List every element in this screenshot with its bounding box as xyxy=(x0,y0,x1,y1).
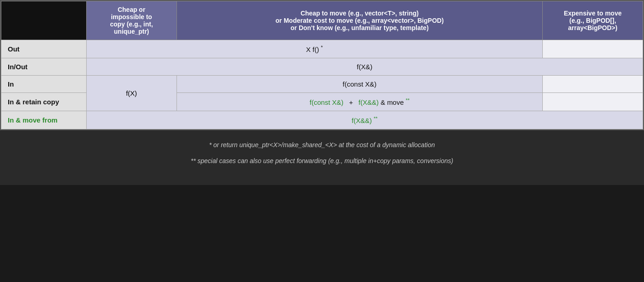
row-movefrom: In & move from f(X&&) ** xyxy=(1,111,643,129)
out-star: * xyxy=(321,45,323,50)
retain-plus: + xyxy=(349,98,353,106)
label-movefrom: In & move from xyxy=(1,111,87,129)
header-empty xyxy=(1,1,87,40)
row-out: Out X f() * xyxy=(1,40,643,58)
header-expensive-text: Expensive to move(e.g., BigPOD[],array<B… xyxy=(564,10,622,31)
label-in: In xyxy=(1,76,87,93)
label-retain: In & retain copy xyxy=(1,93,87,111)
header-expensive: Expensive to move(e.g., BigPOD[],array<B… xyxy=(543,1,643,40)
retain-green1: f(const X&) xyxy=(310,98,343,106)
row-inout: In/Out f(X&) xyxy=(1,58,643,76)
cell-in-mid: f(const X&) xyxy=(177,76,542,93)
retain-star: ** xyxy=(405,97,410,103)
header-mid: Cheap to move (e.g., vector<T>, string) … xyxy=(177,1,542,40)
page-wrapper: Cheap orimpossible tocopy (e.g., int,uni… xyxy=(0,0,644,185)
header-cheap-text: Cheap orimpossible tocopy (e.g., int,uni… xyxy=(110,6,153,35)
cell-retain-mid: f(const X&) + f(X&&) & move ** xyxy=(177,93,542,111)
cell-retain-exp xyxy=(543,93,643,111)
notes-section: * or return unique_ptr<X>/make_shared_<X… xyxy=(0,130,644,185)
label-inout: In/Out xyxy=(1,58,87,76)
label-out: Out xyxy=(1,40,87,58)
table-section: Cheap orimpossible tocopy (e.g., int,uni… xyxy=(0,0,644,130)
retain-green2: f(X&&) xyxy=(358,98,379,106)
cell-out-main: X f() * xyxy=(86,40,542,58)
movefrom-star: ** xyxy=(374,116,378,121)
cell-in-fx: f(X) xyxy=(86,76,177,111)
cell-movefrom-main: f(X&&) ** xyxy=(86,111,643,129)
note-2: ** special cases can also use perfect fo… xyxy=(14,155,630,167)
note-1: * or return unique_ptr<X>/make_shared_<X… xyxy=(14,139,630,151)
retain-suffix: & move xyxy=(380,98,404,106)
movefrom-value: f(X&&) xyxy=(352,117,372,124)
header-cheap: Cheap orimpossible tocopy (e.g., int,uni… xyxy=(86,1,177,40)
cell-inout-main: f(X&) xyxy=(86,58,643,76)
main-table: Cheap orimpossible tocopy (e.g., int,uni… xyxy=(1,1,643,129)
header-mid-text: Cheap to move (e.g., vector<T>, string) … xyxy=(275,10,444,31)
cell-in-exp xyxy=(543,76,643,93)
cell-out-exp xyxy=(543,40,643,58)
row-in: In f(X) f(const X&) xyxy=(1,76,643,93)
